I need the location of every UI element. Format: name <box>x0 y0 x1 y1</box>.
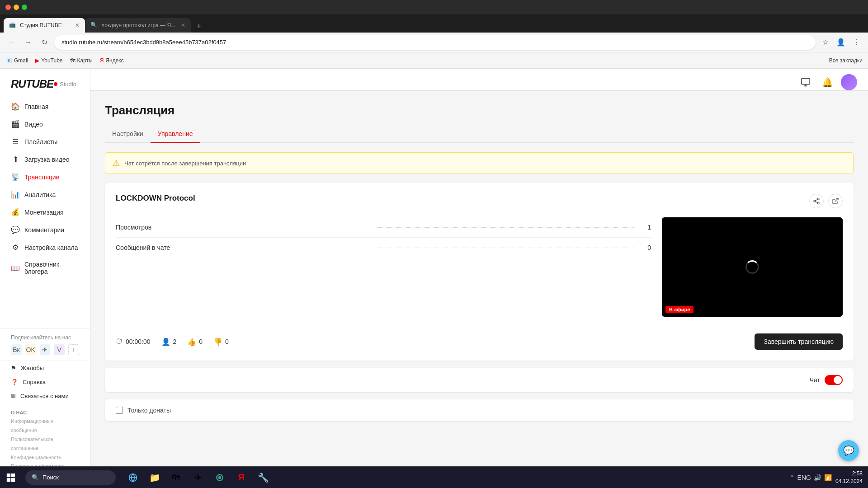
bookmark-maps[interactable]: 🗺 Карты <box>70 57 93 64</box>
taskbar-app-yandex[interactable]: Я <box>231 468 251 488</box>
vk-icon[interactable]: Вк <box>11 344 22 355</box>
viber-icon[interactable]: V <box>54 344 65 355</box>
sidebar: RUTUBE Studio 🏠 Главная 🎬 Видео ☰ Плейли… <box>0 69 90 488</box>
sidebar-item-contact[interactable]: ✉ Связаться с нами <box>0 389 90 403</box>
warning-icon: ⚠ <box>113 158 120 168</box>
forward-button[interactable]: → <box>22 36 34 49</box>
sidebar-item-playlists[interactable]: ☰ Плейлисты <box>0 133 90 150</box>
sidebar-item-comments[interactable]: 💬 Комментарии <box>0 221 90 239</box>
gmail-icon: 📧 <box>5 57 12 64</box>
stream-stats: Просмотров 1 Сообщений в чате 0 <box>116 217 651 317</box>
sidebar-item-streams[interactable]: 📡 Трансляции <box>0 168 90 186</box>
stream-card: LOCKDOWN Protocol <box>105 183 854 361</box>
ok-icon[interactable]: OK <box>25 344 36 355</box>
tab-close-ya[interactable]: ✕ <box>181 22 185 28</box>
taskbar-app-store[interactable]: 🛍 <box>166 468 186 488</box>
sidebar-item-upload[interactable]: ⬆ Загрузка видео <box>0 150 90 168</box>
streams-icon: 📡 <box>11 173 20 181</box>
tab-title-rutube: Студия RUTUBE <box>20 22 70 28</box>
sidebar-item-complaints[interactable]: ⚑ Жалобы <box>0 361 90 375</box>
menu-icon[interactable]: ⋮ <box>850 36 863 49</box>
taskbar-app-browser[interactable] <box>123 468 143 488</box>
notification-icon[interactable]: 🔔 <box>819 74 835 90</box>
add-social-icon[interactable]: + <box>68 344 79 355</box>
tab-favicon-ya: 🔍 <box>90 22 98 29</box>
svg-rect-9 <box>7 478 10 481</box>
taskbar-search[interactable]: 🔍 Поиск <box>25 470 116 485</box>
window-maximize[interactable] <box>22 5 27 10</box>
sidebar-item-help[interactable]: ❓ Справка <box>0 375 90 389</box>
bookmark-maps-label: Карты <box>77 57 93 64</box>
bookmark-youtube[interactable]: ▶ YouTube <box>35 57 62 64</box>
video-preview: В эфире <box>662 217 843 317</box>
taskbar-app-telegram[interactable]: ✈ <box>188 468 208 488</box>
taskbar-network[interactable]: 📶 <box>824 474 832 481</box>
reload-button[interactable]: ↻ <box>38 36 51 49</box>
bookmark-gmail[interactable]: 📧 Gmail <box>5 57 28 64</box>
taskbar-lang[interactable]: ENG <box>797 474 811 481</box>
taskbar-app-files[interactable]: 📁 <box>145 468 165 488</box>
sidebar-item-video[interactable]: 🎬 Видео <box>0 115 90 133</box>
sidebar-item-monetization[interactable]: 💰 Монетизация <box>0 203 90 221</box>
social-label: Подписывайтесь на нас <box>11 334 79 341</box>
window-close[interactable] <box>5 5 11 10</box>
support-chat-button[interactable]: 💬 <box>838 440 859 461</box>
sidebar-label-help: Справка <box>23 379 46 385</box>
new-tab-button[interactable]: + <box>193 20 205 33</box>
browser-tab-ya[interactable]: 🔍 локдаун протокол игра — Я... ✕ <box>85 18 191 33</box>
logo-area: RUTUBE Studio <box>0 69 90 98</box>
tab-settings[interactable]: Настройки <box>105 127 151 143</box>
sidebar-item-analytics[interactable]: 📊 Аналитика <box>0 186 90 203</box>
browser-tab-rutube[interactable]: 📺 Студия RUTUBE ✕ <box>4 18 85 33</box>
clock-icon: ⏱ <box>116 338 123 346</box>
external-link-button[interactable] <box>828 194 843 208</box>
back-button[interactable]: ← <box>5 36 18 49</box>
sidebar-item-settings[interactable]: ⚙ Настройка канала <box>0 239 90 256</box>
end-stream-button[interactable]: Завершить трансляцию <box>755 333 843 350</box>
taskbar-app-chrome[interactable] <box>210 468 230 488</box>
footer-link-2[interactable]: Конфиденциальность <box>11 453 79 462</box>
sidebar-label-complaints: Жалобы <box>21 365 44 371</box>
svg-point-1 <box>817 198 819 200</box>
monetization-icon: 💰 <box>11 208 20 216</box>
handbook-icon: 📖 <box>11 264 20 272</box>
tab-close-rutube[interactable]: ✕ <box>75 22 80 28</box>
bookmark-yandex[interactable]: Я Яндекс <box>100 57 124 64</box>
donate-checkbox[interactable] <box>116 407 123 414</box>
share-button[interactable] <box>809 194 824 208</box>
warning-text: Чат сотрётся после завершения трансляции <box>124 160 246 167</box>
address-bar[interactable] <box>54 35 816 50</box>
sidebar-label-home: Главная <box>24 103 48 110</box>
studio-mode-icon[interactable] <box>797 74 814 90</box>
donate-label: Только донаты <box>127 407 171 414</box>
user-avatar[interactable] <box>841 74 857 90</box>
maps-icon: 🗺 <box>70 57 75 64</box>
bookmark-youtube-label: YouTube <box>41 57 62 64</box>
taskbar-app-tools[interactable]: 🔧 <box>253 468 273 488</box>
sidebar-item-home[interactable]: 🏠 Главная <box>0 98 90 115</box>
donate-section: Только донаты <box>105 399 854 421</box>
logo-dot <box>54 82 57 86</box>
svg-rect-8 <box>11 473 15 477</box>
taskbar-volume[interactable]: 🔊 <box>814 474 821 481</box>
tab-control[interactable]: Управление <box>151 127 200 143</box>
bookmark-icon[interactable]: ☆ <box>819 36 832 49</box>
chat-toggle[interactable] <box>825 375 843 385</box>
all-bookmarks[interactable]: Все закладки <box>829 57 863 64</box>
bookmark-yandex-label: Яндекс <box>105 57 123 64</box>
profile-icon[interactable]: 👤 <box>835 36 847 49</box>
sidebar-item-handbook[interactable]: 📖 Справочник блогера <box>0 256 90 280</box>
taskbar-up-icon[interactable]: ⌃ <box>789 474 795 481</box>
footer-link-0[interactable]: Информационные сообщения <box>11 417 79 435</box>
stat-value-views: 1 <box>637 224 651 231</box>
stat-row-views: Просмотров 1 <box>116 217 651 238</box>
taskbar-time-display[interactable]: 2:58 04.12.2024 <box>835 470 863 485</box>
stat-value-messages: 0 <box>637 244 651 251</box>
telegram-icon[interactable]: ✈ <box>40 344 51 355</box>
sidebar-label-upload: Загрузка видео <box>24 156 70 163</box>
start-button[interactable] <box>0 467 22 488</box>
footer-link-1[interactable]: Пользовательское соглашение <box>11 435 79 453</box>
window-minimize[interactable] <box>14 5 19 10</box>
browser-chrome: 📺 Студия RUTUBE ✕ 🔍 локдаун протокол игр… <box>0 0 868 69</box>
stream-preview: В эфире <box>662 217 843 317</box>
